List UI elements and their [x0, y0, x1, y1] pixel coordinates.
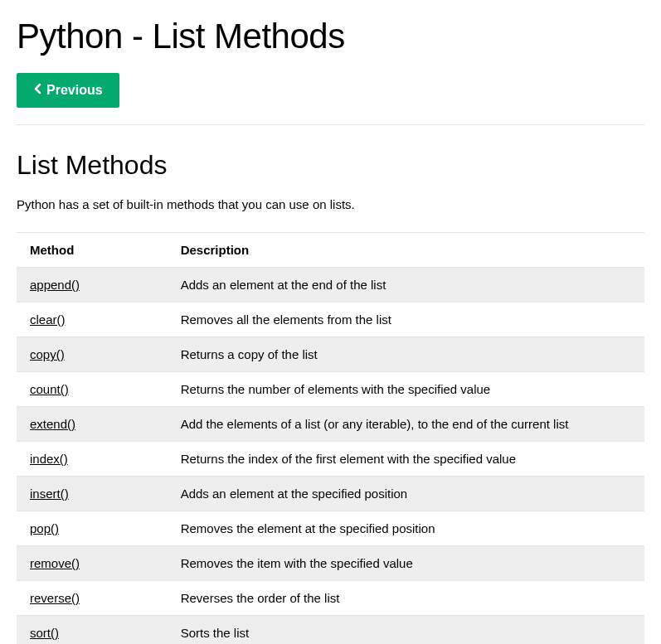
previous-button-label: Previous [46, 83, 103, 98]
method-link[interactable]: count() [30, 382, 69, 396]
table-row: index()Returns the index of the first el… [17, 442, 644, 477]
methods-table: Method Description append()Adds an eleme… [17, 232, 644, 644]
section-heading: List Methods [17, 150, 644, 181]
description-cell: Adds an element at the specified positio… [168, 477, 644, 511]
table-header-method: Method [17, 233, 168, 268]
method-cell: index() [17, 442, 168, 477]
table-row: pop()Removes the element at the specifie… [17, 511, 644, 546]
table-row: append()Adds an element at the end of th… [17, 268, 644, 303]
method-link[interactable]: index() [30, 452, 68, 466]
table-row: extend()Add the elements of a list (or a… [17, 407, 644, 442]
description-cell: Removes the element at the specified pos… [168, 511, 644, 546]
table-row: copy()Returns a copy of the list [17, 337, 644, 372]
method-link[interactable]: pop() [30, 521, 59, 535]
method-cell: remove() [17, 546, 168, 581]
method-cell: clear() [17, 303, 168, 337]
method-cell: insert() [17, 477, 168, 511]
description-cell: Removes all the elements from the list [168, 303, 644, 337]
table-row: sort()Sorts the list [17, 616, 644, 645]
section-intro: Python has a set of built-in methods tha… [17, 197, 644, 211]
method-cell: pop() [17, 511, 168, 546]
divider [17, 124, 644, 125]
table-row: remove()Removes the item with the specif… [17, 546, 644, 581]
method-cell: count() [17, 372, 168, 407]
description-cell: Returns the index of the first element w… [168, 442, 644, 477]
method-link[interactable]: clear() [30, 312, 66, 327]
method-link[interactable]: insert() [30, 487, 69, 501]
method-link[interactable]: copy() [30, 347, 65, 361]
method-cell: sort() [17, 616, 168, 645]
method-link[interactable]: extend() [30, 417, 75, 431]
description-cell: Returns the number of elements with the … [168, 372, 644, 407]
method-cell: copy() [17, 337, 168, 372]
description-cell: Returns a copy of the list [168, 337, 644, 372]
description-cell: Add the elements of a list (or any itera… [168, 407, 644, 442]
table-row: insert()Adds an element at the specified… [17, 477, 644, 511]
table-row: clear()Removes all the elements from the… [17, 303, 644, 337]
description-cell: Reverses the order of the list [168, 581, 644, 616]
page-title: Python - List Methods [17, 17, 644, 56]
method-link[interactable]: append() [30, 278, 80, 292]
description-cell: Removes the item with the specified valu… [168, 546, 644, 581]
method-cell: reverse() [17, 581, 168, 616]
method-link[interactable]: remove() [30, 556, 80, 570]
description-cell: Adds an element at the end of the list [168, 268, 644, 303]
description-cell: Sorts the list [168, 616, 644, 645]
method-link[interactable]: reverse() [30, 591, 80, 605]
previous-button[interactable]: Previous [17, 73, 119, 108]
table-header-description: Description [168, 233, 644, 268]
table-row: count()Returns the number of elements wi… [17, 372, 644, 407]
method-cell: extend() [17, 407, 168, 442]
chevron-left-icon [33, 83, 41, 98]
table-row: reverse()Reverses the order of the list [17, 581, 644, 616]
method-cell: append() [17, 268, 168, 303]
method-link[interactable]: sort() [30, 626, 59, 640]
